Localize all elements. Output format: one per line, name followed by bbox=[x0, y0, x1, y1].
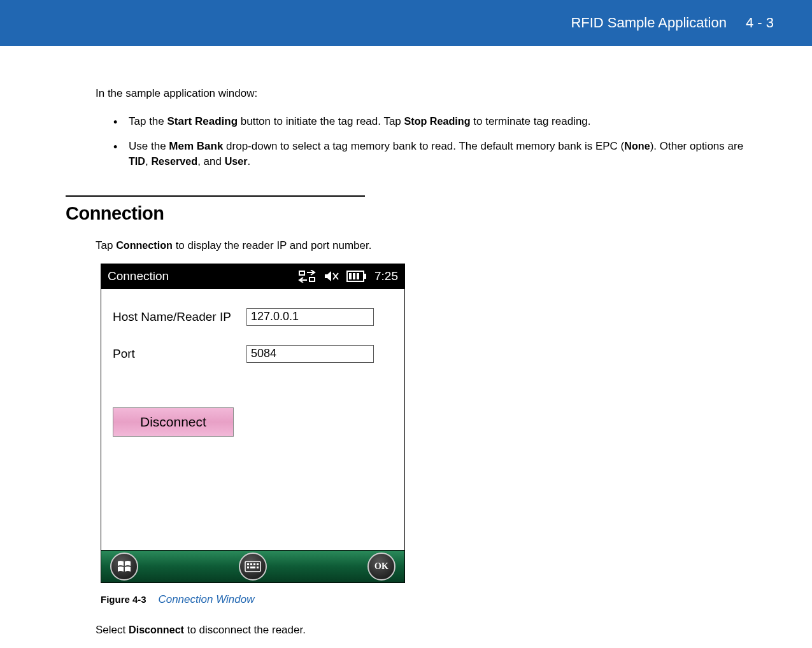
section-heading: Connection bbox=[66, 203, 755, 224]
battery-icon bbox=[346, 271, 367, 282]
host-row: Host Name/Reader IP bbox=[113, 308, 393, 326]
figure-title: Connection Window bbox=[158, 593, 254, 605]
keyboard-icon bbox=[245, 561, 261, 572]
section-divider bbox=[66, 195, 365, 197]
bullet-list: Tap the Start Reading button to initiate… bbox=[113, 114, 755, 170]
host-input[interactable] bbox=[246, 308, 374, 326]
list-item: Tap the Start Reading button to initiate… bbox=[113, 114, 755, 130]
connectivity-icon bbox=[298, 270, 316, 283]
keyboard-button[interactable] bbox=[239, 553, 267, 581]
mobile-body: Host Name/Reader IP Port Disconnect bbox=[101, 289, 405, 550]
svg-rect-3 bbox=[364, 274, 366, 279]
svg-rect-12 bbox=[247, 567, 249, 568]
port-label: Port bbox=[113, 347, 246, 361]
svg-rect-4 bbox=[349, 273, 352, 279]
disconnect-button[interactable]: Disconnect bbox=[113, 407, 234, 437]
svg-rect-6 bbox=[357, 273, 359, 279]
figure-caption: Figure 4-3 Connection Window bbox=[101, 593, 755, 606]
connection-window-figure: Connection 7:25 Host Name/Reader IP Port… bbox=[101, 264, 405, 583]
mobile-titlebar: Connection 7:25 bbox=[101, 264, 405, 289]
port-row: Port bbox=[113, 345, 393, 363]
svg-rect-14 bbox=[257, 567, 259, 568]
page-header: RFID Sample Application 4 - 3 bbox=[0, 0, 812, 46]
svg-rect-10 bbox=[253, 563, 255, 565]
mobile-navbar: OK bbox=[101, 550, 405, 583]
section-intro: Tap Connection to display the reader IP … bbox=[96, 239, 755, 252]
mobile-title: Connection bbox=[108, 269, 169, 283]
start-button[interactable] bbox=[110, 553, 138, 581]
host-label: Host Name/Reader IP bbox=[113, 310, 246, 324]
header-page-number: 4 - 3 bbox=[746, 15, 774, 31]
svg-rect-9 bbox=[250, 563, 252, 565]
closing-text: Select Disconnect to disconnect the read… bbox=[96, 624, 755, 637]
figure-label: Figure 4-3 bbox=[101, 594, 146, 605]
speaker-muted-icon bbox=[324, 270, 339, 283]
ok-button[interactable]: OK bbox=[367, 553, 395, 581]
svg-rect-13 bbox=[250, 567, 255, 568]
ok-label: OK bbox=[374, 561, 388, 572]
status-icons: 7:25 bbox=[298, 269, 398, 283]
svg-rect-11 bbox=[257, 563, 259, 565]
svg-rect-5 bbox=[353, 273, 355, 279]
page-content: In the sample application window: Tap th… bbox=[0, 46, 812, 648]
intro-text: In the sample application window: bbox=[96, 87, 755, 100]
svg-rect-8 bbox=[247, 563, 249, 565]
list-item: Use the Mem Bank drop-down to select a t… bbox=[113, 139, 755, 170]
status-time: 7:25 bbox=[374, 269, 398, 283]
port-input[interactable] bbox=[246, 345, 374, 363]
windows-icon bbox=[117, 559, 132, 574]
header-title: RFID Sample Application bbox=[571, 15, 727, 31]
